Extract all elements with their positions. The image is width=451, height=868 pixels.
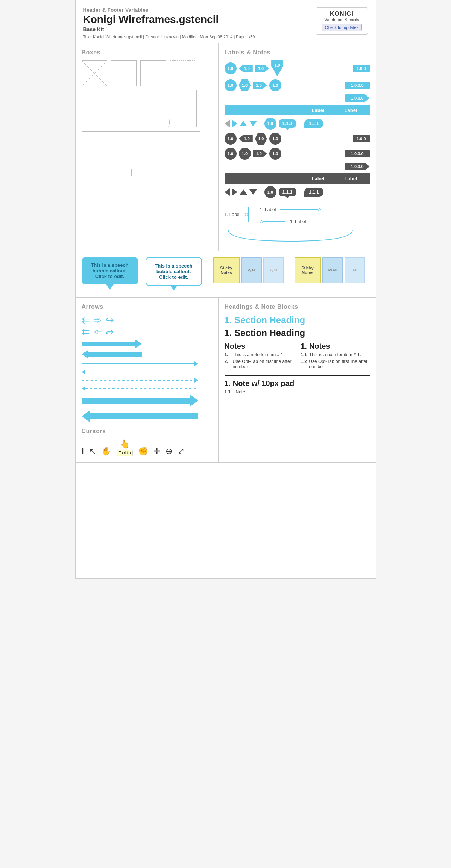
box-plain [111, 60, 137, 86]
label-bar-dark-left: Label [225, 173, 340, 184]
notes-title-1: Notes [225, 342, 293, 351]
cursors-row: I ↖ ✋ 👆 Tool tip ✊ ✛ [82, 439, 212, 456]
badge-right-arrow-1: 1.0 [255, 65, 269, 72]
sticky-note-1[interactable]: Sticky Notes [213, 257, 240, 283]
heading-black: 1. Section Heading [225, 328, 370, 338]
curved-arrow-5: ↪ [106, 315, 114, 326]
badge-bubble-1: 1.1.1 [304, 119, 323, 128]
box-plain-2 [140, 60, 166, 86]
sticky-note-blue-1[interactable]: ky te [241, 257, 262, 283]
boxes-section: Boxes [76, 43, 219, 251]
badge-left-arrow-1: 1.0 [239, 65, 253, 72]
box-large [82, 131, 200, 180]
heading-blue: 1. Section Heading [225, 315, 370, 325]
cursor-hand-grab: ✊ [138, 446, 148, 456]
header-subtitle: Header & Footer Variables [83, 7, 255, 13]
box-tall [82, 90, 137, 127]
notes-list-2: 1.1 This is a note for item # 1. 1.2 Use… [301, 352, 369, 369]
arrows-section: Arrows ⇉ ⇇ ➾ ➾ ↪ ↪ [76, 298, 219, 462]
badge-circle-dark-1: 1.0 [225, 133, 237, 145]
badge-circle-dark-2: 1.0 [269, 133, 281, 145]
badge-circle-dark-4: 1.0 [239, 148, 251, 160]
notes-num-2: 1. [301, 342, 307, 351]
badge-rect-2: 1.0.0.0 [345, 82, 370, 89]
page-header: Header & Footer Variables Konigi Wirefra… [76, 0, 376, 43]
label-bar-left: Label [225, 105, 340, 115]
notes-col-2: 1. Notes 1.1 This is a note for item # 1… [301, 342, 369, 371]
big-arrow-left [82, 350, 142, 359]
header-meta: Title: Konigi Wireframes.gstencil | Crea… [83, 35, 255, 39]
note-padded: 1. Note w/ 10px pad 1.1 Note [225, 375, 370, 395]
curved-group-1: ⇉ ⇇ [82, 315, 90, 337]
note-padded-item: 1.1 Note [225, 389, 370, 395]
headings-title: Headings & Note Blocks [225, 304, 370, 310]
speech-bubble-2[interactable]: This is a speech bubble callout. Click t… [146, 257, 202, 286]
arrow-right-nav [232, 120, 237, 127]
header-title: Konigi Wireframes.gstencil [83, 14, 255, 26]
badge-rect-1: 1.0.0 [353, 65, 369, 72]
label-bar-right: Label [332, 105, 370, 115]
cursor-text: I [82, 446, 84, 456]
box-dashed [170, 60, 195, 86]
badge-right-arrow-dark-1: 1.0 [253, 150, 267, 157]
line-arrow-right-1 [82, 361, 198, 366]
line-arrows-section [82, 339, 212, 423]
note-item-1b: 1.1 This is a note for item # 1. [301, 352, 369, 357]
boxes-row-3 [82, 131, 212, 180]
sticky-note-blue-4[interactable]: es [345, 257, 365, 283]
curved-arrow-3: ➾ [94, 315, 102, 326]
boxes-row-1 [82, 60, 212, 86]
badge-rect-dark-3: 1.0.0.0 [345, 163, 370, 170]
brace-visual [225, 228, 370, 245]
label-bar-dark-right: Label [332, 173, 370, 184]
labels-notes-section: Labels & Notes 1.0 1.0 1.0 1.0 1.0.0 1.0… [219, 43, 376, 251]
badge-bubble-dark: 1.1.1 [304, 188, 323, 197]
cursor-crosshair: ⊕ [166, 446, 172, 456]
dashed-arrow-right [82, 378, 198, 383]
connector-section: 1. Label 1. Label [225, 200, 370, 245]
sticky-note-blue-3[interactable]: ky es [322, 257, 343, 283]
brand-box: KONIGI Wireframe Stencils Check for upda… [316, 7, 368, 35]
cursor-resize: ⤢ [178, 446, 184, 456]
arrow-right-dark [232, 188, 237, 196]
badge-right-arrow-2: 1.0 [253, 82, 267, 89]
curved-arrow-2: ⇇ [82, 327, 90, 337]
thick-arrow-left [82, 410, 198, 422]
curved-arrow-1: ⇉ [82, 315, 90, 326]
note-item-2: 2. Use Opt-Tab on first line after numbe… [225, 359, 293, 369]
arrow-left-nav [225, 120, 230, 127]
curved-arrow-4: ➾ [94, 327, 102, 337]
badge-speech-1: 1.1.1 [279, 119, 296, 128]
tooltip-label: Tool tip [117, 450, 133, 456]
header-kit: Base Kit [83, 26, 255, 32]
notes-columns: Notes 1. This is a note for item # 1. 2.… [225, 342, 370, 371]
brand-sub: Wireframe Stencils [320, 17, 363, 22]
dark-nav-row: 1.0 1.1.1 1.1.1 [225, 186, 370, 198]
check-updates-button[interactable]: Check for updates [322, 24, 362, 31]
speech-bubble-1[interactable]: This is a speech bubble callout. Click t… [82, 257, 138, 284]
note-item-2b: 1.2 Use Opt-Tab on first line after numb… [301, 359, 369, 369]
sticky-note-2[interactable]: Sticky Notes [295, 257, 321, 283]
label-bar-row: Label Label [225, 105, 370, 115]
label-bar-dark-row: Label Label [225, 173, 370, 184]
badge-circle-3: 1.0 [269, 79, 281, 91]
cursor-pointer: ↖ [89, 446, 96, 456]
badge-left-arrow-dark-1: 1.0 [239, 135, 253, 142]
curved-arrow-6: ↪ [106, 327, 114, 337]
arrows-title: Arrows [82, 304, 212, 310]
cursor-move: ✛ [153, 446, 160, 456]
notes-col-1: Notes 1. This is a note for item # 1. 2.… [225, 342, 293, 371]
cursor-hand-open: ✋ [101, 446, 111, 456]
curved-group-2: ➾ ➾ [94, 315, 102, 337]
badge-circle-2: 1.0 [225, 79, 237, 91]
badge-rect-3: 1.0.0.0 [345, 94, 370, 102]
brand-name: KONIGI [320, 11, 363, 17]
badge-circle-1: 1.0 [225, 62, 237, 74]
labels-row-2b: 1.0.0.0 [225, 94, 370, 102]
labels-row-1: 1.0 1.0 1.0 1.0 1.0.0 [225, 60, 370, 76]
sticky-note-blue-2[interactable]: ky te [263, 257, 284, 283]
boxes-grid [82, 60, 212, 180]
arrow-up-dark [240, 189, 247, 195]
notes-title-2: Notes [309, 342, 330, 351]
badge-hex-1: 1.0 [239, 79, 251, 91]
